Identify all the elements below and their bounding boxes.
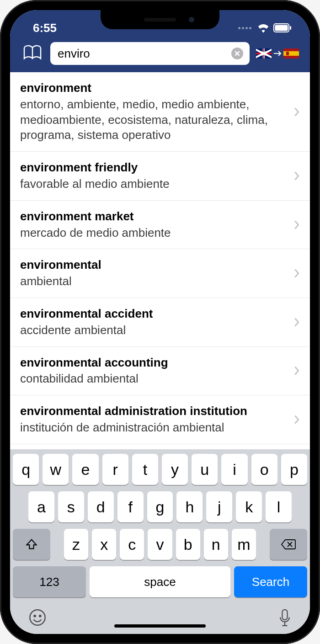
key-search[interactable]: Search [234,566,307,597]
key-w[interactable]: w [43,454,69,485]
key-y[interactable]: y [162,454,188,485]
notch [101,10,219,29]
chevron-right-icon [293,171,300,181]
toolbar [10,39,310,66]
key-z[interactable]: z [64,529,88,560]
list-item[interactable]: environment friendly favorable al medio … [10,152,310,201]
key-x[interactable]: x [92,529,116,560]
key-v[interactable]: v [148,529,172,560]
chevron-right-icon [293,220,300,230]
backspace-icon [281,538,296,550]
book-icon [23,44,42,61]
result-translation: institución de administración ambiental [20,420,290,436]
key-g[interactable]: g [147,491,173,522]
svg-point-3 [30,610,45,625]
list-item[interactable]: environmental administration institution… [10,395,310,444]
shift-icon [25,538,38,551]
emoji-icon[interactable] [28,608,47,627]
result-term: environmental administration institution [20,404,290,419]
search-input[interactable] [50,42,250,65]
svg-rect-2 [290,26,291,30]
key-numbers[interactable]: 123 [13,566,86,597]
chevron-right-icon [293,415,300,425]
result-term: environment friendly [20,160,290,176]
screen: 6:55 [10,10,310,634]
flag-uk-icon [256,48,272,59]
keyboard: q w e r t y u i o p a s d f g h j k l [10,449,310,634]
result-translation: mercado de medio ambiente [20,225,290,241]
key-space[interactable]: space [90,566,230,597]
key-s[interactable]: s [58,491,84,522]
key-t[interactable]: t [132,454,158,485]
keyboard-row: a s d f g h j k l [13,491,307,522]
list-item[interactable]: environment entorno, ambiente, medio, me… [10,72,310,152]
key-i[interactable]: i [221,454,247,485]
key-q[interactable]: q [13,454,39,485]
chevron-right-icon [293,268,300,278]
key-o[interactable]: o [251,454,277,485]
result-translation: contabilidad ambiental [20,371,290,387]
keyboard-row: 123 space Search [13,566,307,597]
key-r[interactable]: r [102,454,128,485]
keyboard-row: z x c v b n m [13,529,307,560]
battery-icon [273,23,292,32]
key-m[interactable]: m [232,529,256,560]
status-indicators [238,23,292,33]
chevron-right-icon [293,107,300,117]
front-camera [189,17,194,22]
list-item[interactable]: environmental analysis [10,444,310,449]
result-translation: entorno, ambiente, medio, medio ambiente… [20,97,290,143]
results-list[interactable]: environment entorno, ambiente, medio, me… [10,72,310,449]
key-e[interactable]: e [72,454,98,485]
result-translation: accidente ambiental [20,323,290,338]
flag-es-icon [283,48,299,59]
svg-point-5 [39,615,41,617]
key-shift[interactable] [13,529,50,560]
result-term: environmental accounting [20,355,290,371]
close-icon [234,50,240,57]
home-indicator[interactable] [114,624,206,628]
svg-rect-1 [275,25,288,31]
dictionary-button[interactable] [21,44,44,63]
search-field-wrap [50,42,250,65]
svg-point-4 [34,615,36,617]
result-term: environment [20,80,290,96]
speaker [144,18,176,21]
key-f[interactable]: f [117,491,144,522]
cellular-icon [238,27,251,29]
key-d[interactable]: d [88,491,114,522]
chevron-right-icon [293,317,300,327]
chevron-right-icon [293,366,300,376]
clear-search-button[interactable] [231,48,243,59]
wifi-icon [257,23,270,33]
language-switch[interactable] [256,48,301,59]
key-u[interactable]: u [192,454,218,485]
key-h[interactable]: h [176,491,203,522]
result-term: environment market [20,209,290,224]
result-translation: ambiental [20,274,290,289]
list-item[interactable]: environment market mercado de medio ambi… [10,201,310,250]
result-term: environmental [20,257,290,273]
key-l[interactable]: l [266,491,292,522]
keyboard-row: q w e r t y u i o p [13,454,307,485]
mic-icon[interactable] [278,608,292,628]
result-translation: favorable al medio ambiente [20,176,290,192]
list-item[interactable]: environmental accounting contabilidad am… [10,347,310,396]
key-j[interactable]: j [206,491,232,522]
key-a[interactable]: a [28,491,54,522]
list-item[interactable]: environmental accident accidente ambient… [10,298,310,347]
list-item[interactable]: environmental ambiental [10,249,310,298]
key-b[interactable]: b [176,529,200,560]
device-frame: 6:55 [0,0,320,644]
key-backspace[interactable] [270,529,307,560]
arrow-right-icon [273,50,282,57]
key-k[interactable]: k [236,491,262,522]
svg-rect-6 [282,610,287,620]
key-n[interactable]: n [204,529,228,560]
key-p[interactable]: p [281,454,307,485]
key-c[interactable]: c [120,529,144,560]
status-time: 6:55 [33,21,57,35]
result-term: environmental accident [20,306,290,322]
